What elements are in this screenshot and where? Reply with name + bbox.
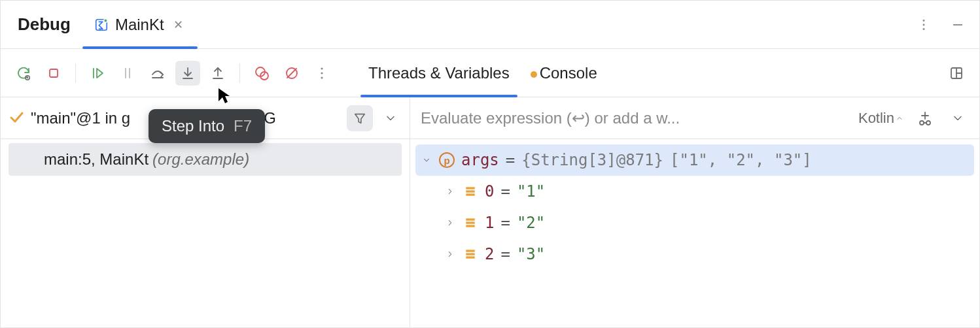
variable-row-item[interactable]: 0 = "1" bbox=[415, 176, 974, 207]
more-options-icon[interactable] bbox=[913, 14, 935, 36]
expand-icon[interactable] bbox=[444, 218, 456, 227]
variables-pane: Evaluate expression (↩) or add a w... Ko… bbox=[410, 97, 979, 327]
variable-value: "1" bbox=[517, 182, 545, 201]
svg-point-2 bbox=[923, 20, 925, 22]
step-out-button[interactable] bbox=[205, 61, 230, 86]
debug-tool-window: Debug MainKt ✕ bbox=[0, 0, 980, 328]
svg-point-21 bbox=[321, 67, 323, 69]
svg-rect-36 bbox=[466, 221, 474, 223]
step-into-button[interactable] bbox=[175, 61, 200, 86]
svg-point-30 bbox=[926, 121, 930, 125]
expression-language-selector[interactable]: Kotlin bbox=[858, 110, 903, 127]
variable-row-args[interactable]: p args = {String[3]@871} ["1", "2", "3"] bbox=[415, 144, 974, 176]
step-over-button[interactable] bbox=[145, 61, 170, 86]
parameter-icon: p bbox=[439, 152, 455, 168]
titlebar: Debug MainKt ✕ bbox=[1, 1, 979, 49]
variable-row-item[interactable]: 1 = "2" bbox=[415, 207, 974, 238]
debug-body: "main"@1 in g ING main:5, MainKt (org.ex… bbox=[1, 97, 979, 327]
toolbar-separator bbox=[239, 63, 240, 83]
variable-index: 2 bbox=[485, 245, 494, 263]
svg-line-20 bbox=[287, 69, 296, 78]
view-breakpoints-button[interactable] bbox=[249, 61, 274, 86]
collapse-icon[interactable] bbox=[421, 156, 432, 165]
variable-row-item[interactable]: 2 = "3" bbox=[415, 238, 974, 270]
mute-breakpoints-button[interactable] bbox=[279, 61, 304, 86]
expression-language-label: Kotlin bbox=[858, 110, 894, 127]
tab-threads-variables[interactable]: Threads & Variables bbox=[366, 49, 512, 97]
svg-rect-32 bbox=[466, 187, 474, 189]
equals-sign: = bbox=[506, 151, 515, 169]
array-element-icon bbox=[463, 246, 478, 262]
tab-threads-label: Threads & Variables bbox=[368, 64, 510, 82]
array-element-icon bbox=[463, 184, 478, 199]
variable-name: args bbox=[461, 151, 499, 169]
tab-console[interactable]: Console bbox=[528, 49, 600, 97]
variable-preview: ["1", "2", "3"] bbox=[670, 151, 812, 169]
svg-rect-37 bbox=[466, 225, 474, 227]
equals-sign: = bbox=[500, 182, 510, 201]
variable-value: "2" bbox=[517, 214, 545, 232]
console-activity-dot-icon bbox=[531, 71, 537, 78]
toolbar-separator bbox=[75, 63, 76, 83]
variable-index: 0 bbox=[485, 182, 494, 201]
debug-toolbar: Threads & Variables Console bbox=[1, 49, 979, 97]
tab-console-label: Console bbox=[540, 64, 597, 82]
kotlin-run-icon bbox=[94, 18, 109, 32]
frame-package: (org.example) bbox=[152, 150, 249, 169]
stack-frame-row[interactable]: main:5, MainKt (org.example) bbox=[9, 143, 402, 176]
pause-button[interactable] bbox=[115, 61, 140, 86]
equals-sign: = bbox=[500, 245, 510, 263]
equals-sign: = bbox=[500, 214, 510, 232]
svg-point-7 bbox=[27, 76, 28, 78]
variable-type: {String[3]@871} bbox=[521, 151, 663, 169]
frame-location: main:5, MainKt bbox=[44, 150, 149, 169]
svg-rect-34 bbox=[466, 193, 474, 195]
debug-view-tabs: Threads & Variables Console bbox=[366, 49, 600, 97]
layout-settings-icon[interactable] bbox=[944, 61, 969, 86]
rerun-button[interactable] bbox=[11, 61, 36, 86]
svg-rect-40 bbox=[466, 256, 474, 258]
chevron-down-icon[interactable] bbox=[947, 112, 969, 125]
run-config-tab[interactable]: MainKt ✕ bbox=[82, 1, 198, 48]
expand-icon[interactable] bbox=[444, 187, 456, 196]
filter-frames-button[interactable] bbox=[347, 105, 373, 131]
resume-button[interactable] bbox=[85, 61, 110, 86]
minimize-icon[interactable] bbox=[947, 14, 969, 36]
svg-point-3 bbox=[923, 24, 925, 25]
stop-button[interactable] bbox=[41, 61, 66, 86]
step-into-tooltip: Step Into F7 bbox=[149, 109, 265, 143]
close-icon[interactable]: ✕ bbox=[171, 18, 186, 32]
add-watch-icon[interactable] bbox=[913, 106, 937, 131]
svg-rect-39 bbox=[466, 253, 474, 255]
svg-rect-33 bbox=[466, 190, 474, 192]
svg-point-23 bbox=[321, 76, 323, 78]
svg-point-29 bbox=[920, 121, 924, 125]
thread-label-prefix: "main"@1 in g bbox=[31, 109, 130, 127]
tooltip-shortcut: F7 bbox=[234, 117, 252, 135]
svg-point-1 bbox=[104, 18, 108, 22]
array-element-icon bbox=[463, 215, 478, 231]
svg-rect-38 bbox=[466, 250, 474, 252]
run-config-tab-label: MainKt bbox=[115, 16, 164, 34]
chevron-down-icon[interactable] bbox=[379, 112, 402, 125]
more-actions-icon[interactable] bbox=[309, 61, 334, 86]
svg-rect-35 bbox=[466, 218, 474, 220]
check-icon bbox=[9, 109, 24, 127]
svg-point-22 bbox=[321, 72, 323, 74]
variable-index: 1 bbox=[485, 214, 494, 232]
titlebar-actions bbox=[913, 14, 969, 36]
svg-rect-8 bbox=[50, 69, 58, 77]
evaluate-expression-input[interactable]: Evaluate expression (↩) or add a w... bbox=[421, 109, 849, 127]
tooltip-label: Step Into bbox=[162, 117, 224, 135]
variable-value: "3" bbox=[517, 245, 545, 263]
expand-icon[interactable] bbox=[444, 250, 456, 259]
tool-window-title: Debug bbox=[11, 14, 77, 35]
svg-point-4 bbox=[923, 27, 925, 29]
variables-tree: p args = {String[3]@871} ["1", "2", "3"]… bbox=[410, 139, 979, 275]
evaluate-expression-bar: Evaluate expression (↩) or add a w... Ko… bbox=[410, 97, 979, 139]
